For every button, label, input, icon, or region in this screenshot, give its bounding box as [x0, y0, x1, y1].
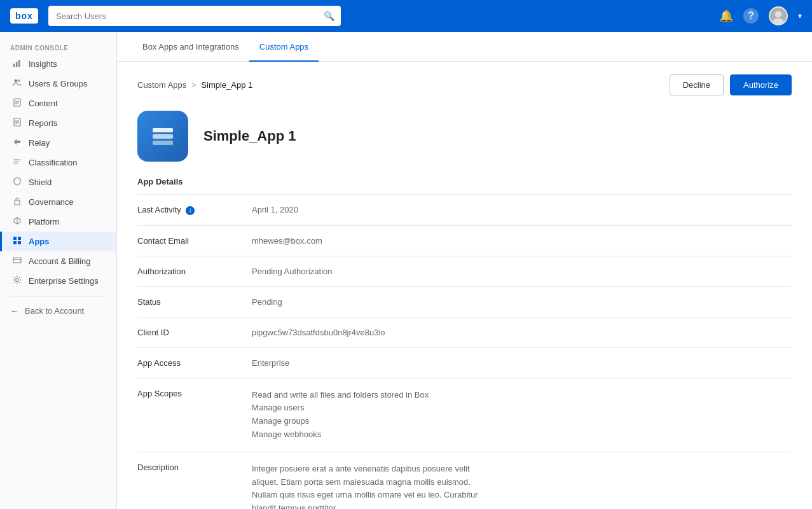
- tab-custom-apps[interactable]: Custom Apps: [249, 32, 319, 62]
- scope-item: Manage webhooks: [252, 428, 792, 442]
- description-text: Integer posuere erat a ante venenatis da…: [252, 463, 493, 509]
- back-to-account-button[interactable]: ← Back to Account: [0, 302, 116, 320]
- enterprise-settings-icon: [12, 275, 22, 286]
- sidebar-item-enterprise-settings[interactable]: Enterprise Settings: [0, 271, 116, 291]
- governance-icon: [12, 197, 22, 207]
- detail-row-client-id: Client ID pipgwc5w73dsatfdsbu0n8jr4ve8u3…: [137, 317, 792, 347]
- breadcrumb-parent[interactable]: Custom Apps: [137, 80, 186, 90]
- svg-rect-1: [16, 62, 18, 67]
- tab-box-apps[interactable]: Box Apps and Integrations: [132, 32, 249, 62]
- authorization-value: Pending Authorization: [252, 256, 792, 286]
- sidebar-item-governance[interactable]: Governance: [0, 192, 116, 212]
- content-label: Content: [29, 99, 58, 108]
- detail-row-last-activity: Last Activity i April 1, 2020: [137, 195, 792, 225]
- sidebar: ADMIN CONSOLE Insights Users & Groups Co…: [0, 32, 117, 509]
- decline-button[interactable]: Decline: [670, 74, 724, 95]
- app-access-label: App Access: [137, 347, 252, 378]
- app-header: Simple_App 1: [137, 111, 792, 162]
- sidebar-item-insights[interactable]: Insights: [0, 54, 116, 74]
- account-billing-label: Account & Billing: [29, 256, 91, 266]
- svg-point-4: [18, 80, 20, 82]
- status-value: Pending: [252, 286, 792, 317]
- relay-label: Relay: [29, 138, 50, 148]
- apps-icon: [12, 236, 22, 247]
- breadcrumb-separator: >: [191, 81, 196, 90]
- users-groups-icon: [12, 78, 22, 89]
- app-icon-layer-2: [153, 134, 173, 139]
- governance-label: Governance: [29, 197, 74, 207]
- detail-row-app-scopes: App Scopes Read and write all files and …: [137, 378, 792, 452]
- search-icon: 🔍: [324, 11, 334, 21]
- content-area: Box Apps and Integrations Custom Apps Cu…: [117, 32, 812, 509]
- scope-item: Manage users: [252, 401, 792, 415]
- search-input[interactable]: [48, 6, 341, 26]
- sidebar-item-reports[interactable]: Reports: [0, 113, 116, 133]
- app-title: Simple_App 1: [203, 128, 296, 144]
- last-activity-info-icon[interactable]: i: [186, 206, 195, 215]
- tabs-bar: Box Apps and Integrations Custom Apps: [117, 32, 812, 62]
- app-scopes-value: Read and write all files and folders sto…: [252, 378, 792, 452]
- app-icon: [137, 111, 188, 162]
- avatar[interactable]: [769, 6, 788, 25]
- back-icon: ←: [10, 306, 18, 316]
- bell-icon[interactable]: 🔔: [719, 9, 733, 23]
- reports-label: Reports: [29, 118, 58, 128]
- sidebar-item-apps[interactable]: Apps: [0, 232, 116, 251]
- enterprise-settings-label: Enterprise Settings: [29, 276, 99, 286]
- last-activity-label: Last Activity i: [137, 195, 252, 225]
- detail-row-app-access: App Access Enterprise: [137, 347, 792, 378]
- app-scopes-label: App Scopes: [137, 378, 252, 452]
- svg-rect-16: [13, 241, 17, 244]
- back-to-account-label: Back to Account: [25, 306, 84, 316]
- description-value: Integer posuere erat a ante venenatis da…: [252, 452, 792, 509]
- admin-console-label: ADMIN CONSOLE: [0, 39, 116, 54]
- platform-label: Platform: [29, 217, 59, 227]
- sidebar-item-relay[interactable]: Relay: [0, 133, 116, 153]
- sidebar-item-account-billing[interactable]: Account & Billing: [0, 251, 116, 271]
- contact-email-value: mhewes@box.com: [252, 225, 792, 256]
- platform-icon: [12, 216, 22, 227]
- status-label: Status: [137, 286, 252, 317]
- avatar-chevron[interactable]: ▾: [798, 11, 802, 20]
- help-icon[interactable]: ?: [743, 8, 759, 24]
- app-icon-layer-1: [153, 128, 173, 132]
- app-icon-layer-3: [153, 141, 173, 145]
- authorize-button[interactable]: Authorize: [730, 74, 792, 95]
- action-buttons: Decline Authorize: [670, 74, 792, 95]
- account-billing-icon: [12, 256, 22, 267]
- shield-icon: [12, 177, 22, 188]
- sidebar-item-users-groups[interactable]: Users & Groups: [0, 74, 116, 94]
- client-id-label: Client ID: [137, 317, 252, 347]
- description-label: Description: [137, 452, 252, 509]
- breadcrumb: Custom Apps > Simple_App 1: [137, 80, 252, 90]
- classification-icon: [12, 157, 22, 168]
- svg-rect-13: [15, 200, 20, 205]
- sidebar-item-shield[interactable]: Shield: [0, 172, 116, 192]
- svg-rect-15: [18, 237, 21, 240]
- page-content: Custom Apps > Simple_App 1 Decline Autho…: [117, 62, 812, 509]
- last-activity-value: April 1, 2020: [252, 195, 792, 225]
- app-access-value: Enterprise: [252, 347, 792, 378]
- nav-right: 🔔 ? ▾: [719, 6, 802, 25]
- classification-label: Classification: [29, 158, 78, 167]
- detail-row-contact-email: Contact Email mhewes@box.com: [137, 225, 792, 256]
- svg-point-3: [15, 80, 18, 83]
- svg-rect-2: [18, 60, 20, 67]
- breadcrumb-current: Simple_App 1: [201, 80, 252, 90]
- apps-label: Apps: [29, 237, 50, 246]
- shield-label: Shield: [29, 178, 52, 187]
- relay-icon: [12, 137, 22, 148]
- sidebar-item-classification[interactable]: Classification: [0, 153, 116, 172]
- sidebar-divider: [10, 296, 106, 296]
- svg-rect-14: [13, 237, 17, 240]
- svg-rect-0: [13, 64, 15, 67]
- search-bar-container: 🔍: [48, 6, 341, 26]
- sidebar-item-platform[interactable]: Platform: [0, 212, 116, 232]
- top-navigation: box 🔍 🔔 ? ▾: [0, 0, 812, 32]
- detail-row-description: Description Integer posuere erat a ante …: [137, 452, 792, 509]
- scopes-list: Read and write all files and folders sto…: [252, 389, 792, 442]
- box-logo: box: [10, 8, 38, 24]
- sidebar-item-content[interactable]: Content: [0, 94, 116, 113]
- scope-item: Manage groups: [252, 415, 792, 428]
- client-id-value: pipgwc5w73dsatfdsbu0n8jr4ve8u3io: [252, 317, 792, 347]
